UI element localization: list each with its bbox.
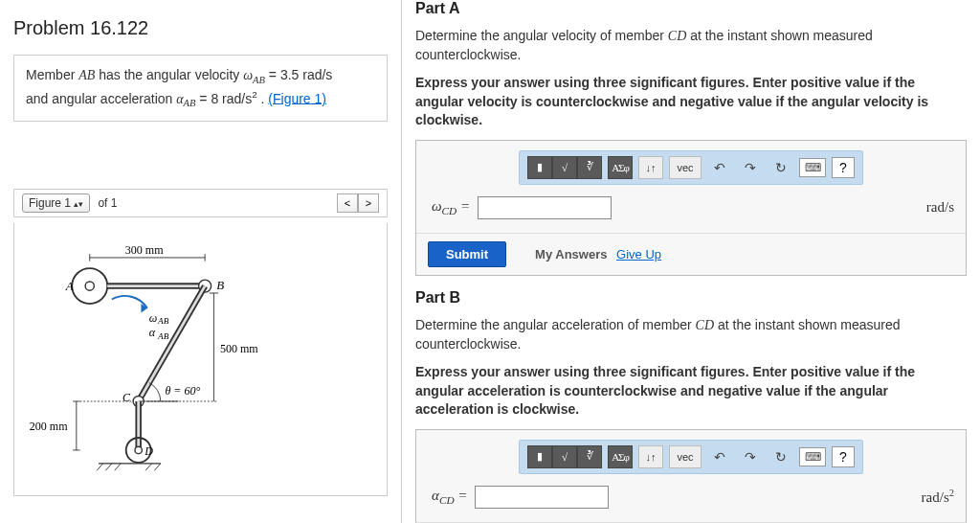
svg-line-23: [97, 464, 102, 470]
label-d: D: [144, 443, 153, 457]
part-b-input[interactable]: [475, 486, 609, 509]
text: has the angular velocity: [95, 67, 243, 82]
dim-300: 300 mm: [125, 243, 164, 257]
vec-button[interactable]: vec: [669, 445, 702, 468]
part-a-answer-box: ▮ √ ∛ ΑΣφ ↓↑ vec ↶ ↷ ↻ ⌨ ? ωCD = rad/s S…: [415, 140, 967, 276]
val: = 3.5 rad/s: [265, 67, 332, 82]
part-b-question: Determine the angular acceleration of me…: [415, 316, 967, 353]
help-button[interactable]: ?: [832, 157, 855, 178]
figure-prev-button[interactable]: <: [337, 193, 358, 213]
label-a: A: [65, 279, 74, 293]
svg-text:AB: AB: [157, 316, 169, 326]
dim-500: 500 mm: [220, 342, 258, 355]
vec-button[interactable]: vec: [669, 156, 702, 179]
greek-button[interactable]: ΑΣφ: [608, 445, 633, 468]
reset-icon[interactable]: ↻: [768, 445, 793, 468]
svg-line-27: [154, 464, 160, 470]
sqrt-button[interactable]: √: [552, 156, 577, 179]
svg-line-25: [115, 464, 121, 470]
omega-ab-label: ω: [149, 310, 158, 324]
my-answers-link[interactable]: My Answers: [535, 247, 607, 262]
theta-label: θ = 60°: [165, 383, 200, 397]
updown-button[interactable]: ↓↑: [638, 445, 663, 468]
part-b-variable: αCD =: [432, 488, 467, 506]
part-a-units: rad/s: [926, 199, 954, 216]
help-button[interactable]: ?: [832, 446, 855, 467]
svg-text:AB: AB: [157, 331, 169, 341]
text: .: [257, 90, 269, 105]
figure-count: of 1: [98, 196, 117, 210]
reset-icon[interactable]: ↻: [768, 156, 793, 179]
svg-line-24: [105, 464, 111, 470]
part-b-answer-box: ▮ √ ∛ ΑΣφ ↓↑ vec ↶ ↷ ↻ ⌨ ? αCD = rad/s2 …: [415, 429, 967, 523]
figure-label-text: Figure 1: [29, 196, 71, 210]
svg-point-21: [135, 446, 142, 453]
alpha-ab-label: α: [149, 326, 156, 339]
keyboard-icon[interactable]: ⌨: [799, 158, 826, 177]
figure-selector[interactable]: Figure 1 ▴▾: [22, 193, 90, 213]
equation-toolbar: ▮ √ ∛ ΑΣφ ↓↑ vec ↶ ↷ ↻ ⌨ ?: [519, 150, 863, 185]
figure-header: Figure 1 ▴▾ of 1 < >: [13, 189, 388, 217]
figure-next-button[interactable]: >: [358, 193, 379, 213]
dim-200: 200 mm: [30, 419, 68, 432]
svg-point-1: [85, 282, 94, 290]
svg-line-26: [145, 464, 151, 470]
var: α: [176, 91, 183, 105]
label-b: B: [216, 278, 224, 292]
root-button[interactable]: ∛: [577, 156, 602, 179]
updown-button[interactable]: ↓↑: [638, 156, 663, 179]
redo-icon[interactable]: ↷: [738, 445, 763, 468]
part-a-question: Determine the angular velocity of member…: [415, 27, 967, 64]
problem-description: Member AB has the angular velocity ωAB =…: [13, 55, 388, 122]
part-a-variable: ωCD =: [432, 198, 470, 216]
part-b-title: Part B: [415, 289, 967, 307]
undo-icon[interactable]: ↶: [707, 445, 732, 468]
undo-icon[interactable]: ↶: [707, 156, 732, 179]
var: ω: [243, 68, 253, 82]
template-button[interactable]: ▮: [527, 156, 552, 179]
problem-title: Problem 16.122: [13, 17, 388, 39]
text: and angular acceleration: [26, 90, 176, 105]
text: Member: [26, 67, 78, 82]
sqrt-button[interactable]: √: [552, 445, 577, 468]
root-button[interactable]: ∛: [577, 445, 602, 468]
part-a-instruction: Express your answer using three signific…: [415, 74, 967, 130]
give-up-link[interactable]: Give Up: [616, 247, 661, 262]
part-a-input[interactable]: [478, 196, 612, 219]
part-a-title: Part A: [415, 0, 967, 17]
sub: AB: [253, 75, 265, 85]
label-c: C: [122, 391, 131, 404]
keyboard-icon[interactable]: ⌨: [799, 447, 826, 466]
sub: AB: [184, 98, 196, 108]
val: = 8 rad/s: [195, 90, 252, 105]
template-button[interactable]: ▮: [527, 445, 552, 468]
equation-toolbar-b: ▮ √ ∛ ΑΣφ ↓↑ vec ↶ ↷ ↻ ⌨ ?: [519, 440, 863, 474]
part-a-submit-button[interactable]: Submit: [428, 241, 506, 267]
figure-link[interactable]: (Figure 1): [268, 90, 326, 105]
redo-icon[interactable]: ↷: [738, 156, 763, 179]
part-b-units: rad/s2: [922, 488, 954, 506]
part-b-instruction: Express your answer using three signific…: [415, 363, 967, 420]
stepper-icon[interactable]: ▴▾: [74, 201, 83, 208]
greek-button[interactable]: ΑΣφ: [608, 156, 633, 179]
var: AB: [78, 68, 95, 82]
figure-canvas: A B 300 mm C θ = 60°: [13, 223, 388, 496]
